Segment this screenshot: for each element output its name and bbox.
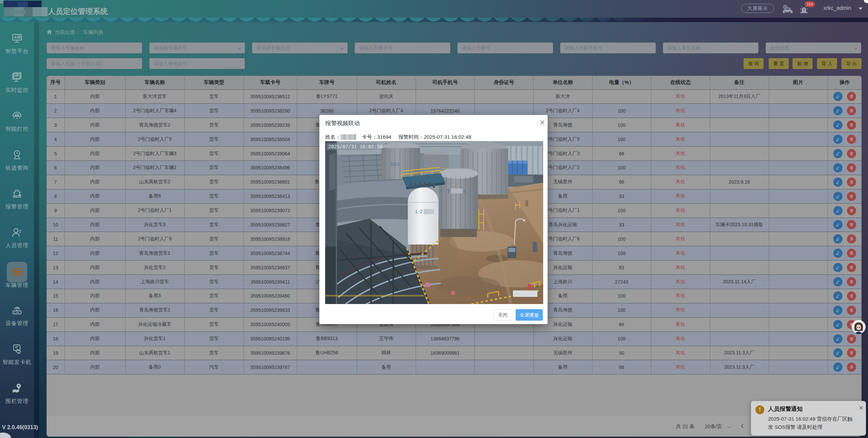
svg-text:-2101: -2101 bbox=[389, 162, 400, 167]
svg-text:2025/07/31 16:02:58: 2025/07/31 16:02:58 bbox=[328, 144, 383, 150]
svg-text:L-2: L-2 bbox=[416, 209, 422, 214]
svg-text:T: T bbox=[447, 188, 450, 194]
svg-text:4: 4 bbox=[463, 188, 466, 194]
